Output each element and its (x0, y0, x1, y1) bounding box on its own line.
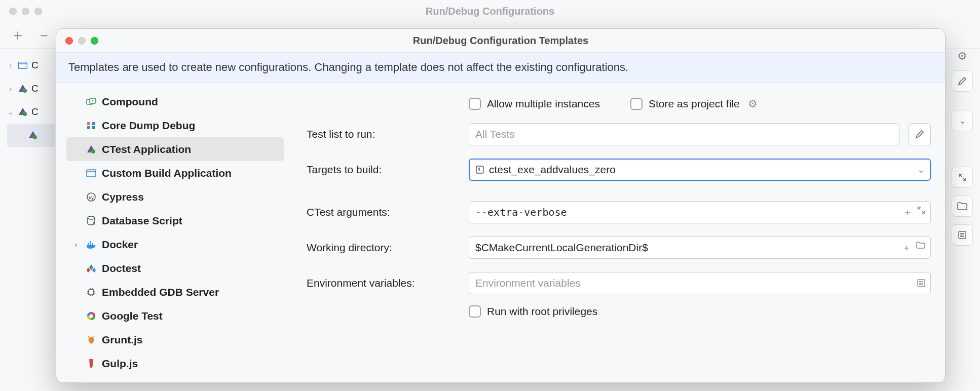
template-item-gulp[interactable]: Gulp.js (66, 351, 284, 375)
ctest-args-label: CTest arguments: (307, 206, 460, 218)
info-banner: Templates are used to create new configu… (56, 52, 945, 83)
svg-point-7 (23, 112, 27, 116)
template-label: Gulp.js (102, 358, 138, 370)
svg-marker-35 (89, 264, 93, 270)
svg-point-48 (90, 314, 93, 318)
dialog-title: Run/Debug Configuration Templates (56, 35, 945, 47)
chevron-down-icon: ⌄ (7, 108, 14, 116)
template-label: Embedded GDB Server (102, 286, 219, 298)
add-icon[interactable]: ＋ (903, 206, 912, 218)
custom-build-icon (86, 168, 97, 179)
svg-point-4 (23, 89, 27, 93)
template-item-embedded-gdb[interactable]: Embedded GDB Server (66, 280, 284, 304)
template-item-doctest[interactable]: Doctest (66, 256, 284, 280)
parent-titlebar: Run/Debug Configurations (0, 0, 980, 22)
svg-marker-37 (92, 267, 96, 272)
checkbox-label: Store as project file (649, 98, 740, 110)
targets-dropdown[interactable]: ctest_exe_addvalues_zero ⌄ (469, 159, 931, 181)
tree-row[interactable]: ⌄ C (7, 100, 55, 124)
expand-icon[interactable] (952, 167, 973, 188)
parent-right-gutter: ⚙ ⌄ (945, 49, 980, 246)
ctest-icon (17, 83, 28, 94)
expand-icon[interactable] (917, 206, 925, 218)
minimize-icon[interactable] (22, 8, 29, 15)
gear-icon[interactable]: ⚙ (957, 50, 967, 63)
svg-rect-32 (90, 243, 91, 245)
target-icon (476, 166, 484, 174)
template-label: Database Script (102, 215, 182, 227)
coredump-icon (86, 120, 97, 131)
edit-button[interactable] (909, 123, 931, 145)
template-label: Custom Build Application (102, 167, 232, 179)
store-project-checkbox[interactable]: Store as project file ⚙ (630, 98, 758, 110)
template-label: Doctest (102, 262, 141, 275)
root-priv-checkbox[interactable]: Run with root privileges (469, 305, 597, 318)
template-item-ctest[interactable]: CTest Application (66, 137, 284, 161)
ctest-args-input[interactable]: --extra-verbose ＋ (469, 201, 931, 223)
doctest-icon (86, 263, 97, 274)
tree-row[interactable]: › C (7, 54, 55, 77)
edit-icon[interactable] (952, 70, 973, 92)
svg-rect-33 (92, 243, 93, 245)
zoom-icon[interactable] (91, 37, 98, 45)
input-placeholder: All Tests (475, 128, 515, 140)
template-item-google-test[interactable]: Google Test (66, 304, 284, 328)
list-icon[interactable] (917, 279, 925, 287)
chip-icon (86, 287, 97, 298)
add-icon[interactable]: ＋ (10, 25, 25, 46)
svg-rect-34 (90, 241, 91, 243)
template-item-database[interactable]: Database Script (66, 209, 284, 232)
grunt-icon (86, 334, 97, 345)
minimize-icon[interactable] (78, 37, 86, 45)
database-icon (86, 215, 97, 226)
svg-marker-36 (87, 267, 90, 272)
chevron-right-icon: › (7, 85, 14, 93)
gtest-icon (86, 310, 97, 322)
template-item-coredump[interactable]: Core Dump Debug (66, 113, 284, 137)
zoom-icon[interactable] (34, 8, 42, 15)
chevron-down-icon[interactable]: ⌄ (952, 110, 973, 131)
list-icon[interactable] (952, 224, 973, 246)
svg-rect-31 (88, 243, 89, 245)
test-list-input[interactable]: All Tests (469, 123, 899, 145)
tree-row[interactable] (7, 124, 55, 147)
template-label: Google Test (102, 310, 163, 322)
ctest-icon (27, 130, 39, 141)
template-item-grunt[interactable]: Grunt.js (66, 328, 284, 351)
parent-traffic-lights (9, 8, 42, 15)
allow-multiple-checkbox[interactable]: Allow multiple instances (469, 98, 600, 110)
folder-icon[interactable] (952, 196, 973, 217)
template-form: Allow multiple instances Store as projec… (289, 83, 945, 382)
parent-config-tree[interactable]: › C › C ⌄ C (0, 49, 56, 391)
template-item-cypress[interactable]: cy Cypress (66, 185, 284, 209)
add-icon[interactable]: ＋ (902, 242, 911, 254)
folder-icon[interactable] (916, 242, 925, 254)
template-label: Grunt.js (102, 334, 143, 346)
ctest-icon (86, 144, 97, 155)
env-label: Environment variables: (307, 277, 460, 289)
test-list-label: Test list to run: (307, 128, 460, 140)
close-icon[interactable] (9, 8, 17, 15)
svg-point-10 (33, 135, 37, 139)
template-label: Compound (102, 96, 158, 108)
template-item-custom-build[interactable]: Custom Build Application (66, 161, 284, 185)
close-icon[interactable] (65, 37, 73, 45)
template-item-docker[interactable]: › Docker (66, 232, 284, 256)
chevron-right-icon[interactable]: › (71, 241, 81, 249)
targets-label: Targets to build: (307, 164, 460, 176)
template-list[interactable]: Compound Core Dump Debug CTest Applicati… (56, 83, 289, 382)
svg-rect-20 (87, 126, 90, 129)
svg-rect-49 (476, 166, 483, 173)
template-label: Cypress (102, 191, 144, 203)
remove-icon[interactable]: － (36, 25, 52, 46)
working-dir-input[interactable]: $CMakeCurrentLocalGenerationDir$ ＋ (469, 237, 931, 259)
chevron-down-icon: ⌄ (917, 164, 925, 175)
gear-icon[interactable]: ⚙ (748, 98, 758, 110)
template-item-compound[interactable]: Compound (66, 90, 284, 113)
env-input[interactable]: Environment variables (469, 272, 931, 294)
template-label: Docker (102, 239, 138, 251)
svg-rect-19 (92, 122, 95, 125)
cypress-icon: cy (86, 191, 97, 203)
checkbox-label: Run with root privileges (487, 305, 597, 318)
tree-row[interactable]: › C (7, 77, 55, 100)
